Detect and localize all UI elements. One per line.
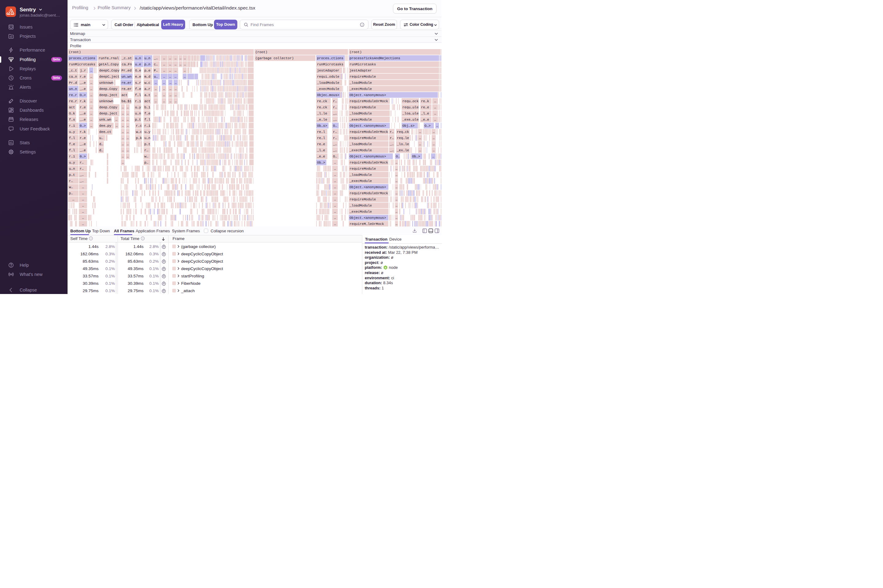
svg-text:ca…Fn: ca…Fn xyxy=(122,63,132,66)
svg-text:r…: r… xyxy=(69,179,73,183)
svg-text:…: … xyxy=(334,222,336,226)
svg-text:p…n: p…n xyxy=(144,63,150,66)
svg-text:…: … xyxy=(169,57,171,60)
svg-text:…: … xyxy=(175,87,177,91)
svg-text:…: … xyxy=(90,99,92,103)
svg-text:r…1: r…1 xyxy=(69,124,75,128)
svg-text:…: … xyxy=(82,198,84,201)
svg-text:…: … xyxy=(90,93,92,97)
svg-text:_execModule: _execModule xyxy=(349,148,372,152)
svg-text:f…s: f…s xyxy=(69,118,75,122)
svg-text:O…: O… xyxy=(333,124,337,128)
svg-text:…: … xyxy=(395,173,398,177)
svg-text:…: … xyxy=(174,69,177,72)
svg-text:u…: u… xyxy=(154,75,158,79)
svg-text:b…1: b…1 xyxy=(144,106,150,109)
svg-text:requ…ule: requ…ule xyxy=(402,106,419,109)
svg-text:O…>: O…> xyxy=(80,93,86,97)
svg-text:act: act xyxy=(122,93,128,97)
svg-text:r…1: r…1 xyxy=(144,124,150,128)
svg-text:_l…le: _l…le xyxy=(317,112,327,116)
svg-text:Object.<anonymous>: Object.<anonymous> xyxy=(350,185,386,189)
svg-text:_loadModule: _loadModule xyxy=(317,81,339,85)
svg-text:…: … xyxy=(163,63,165,66)
svg-text:…: … xyxy=(116,124,118,128)
svg-text:u…n: u…n xyxy=(135,57,141,60)
svg-text:…: … xyxy=(184,57,186,60)
svg-text:…: … xyxy=(170,99,172,103)
svg-text:…: … xyxy=(434,106,436,109)
svg-text:r…e: r…e xyxy=(80,136,86,140)
svg-text:act: act xyxy=(69,106,75,109)
svg-text:r…: r… xyxy=(390,130,394,134)
svg-text:(root): (root) xyxy=(255,50,268,54)
svg-text:P…: P… xyxy=(154,69,158,72)
svg-text:runMicrotasks: runMicrotasks xyxy=(69,63,96,66)
svg-text:r…: r… xyxy=(144,148,148,152)
svg-text:p…t: p…t xyxy=(69,173,75,177)
svg-text:…: … xyxy=(72,198,74,201)
svg-text:…: … xyxy=(127,118,129,122)
svg-text:…: … xyxy=(334,216,336,220)
svg-text:Object.<anonymous>: Object.<anonymous> xyxy=(350,93,386,97)
svg-text:…: … xyxy=(155,93,157,97)
svg-text:…: … xyxy=(174,63,177,66)
svg-text:…: … xyxy=(395,185,398,189)
svg-text:f…e: f…e xyxy=(135,87,141,91)
svg-text:…: … xyxy=(175,81,177,85)
svg-text:re…l: re…l xyxy=(317,136,325,140)
svg-text:_execModule: _execModule xyxy=(349,87,372,91)
svg-text:…: … xyxy=(127,106,129,109)
svg-text:…: … xyxy=(334,192,336,195)
svg-text:w…: w… xyxy=(69,185,73,189)
svg-text:requireModuleOrMock: requireModuleOrMock xyxy=(350,99,388,103)
svg-text:…: … xyxy=(170,93,172,97)
svg-text:…: … xyxy=(82,222,84,226)
svg-text:(garbage collector): (garbage collector) xyxy=(255,57,294,60)
svg-text:…: … xyxy=(90,124,92,128)
svg-text:_loadModule: _loadModule xyxy=(349,204,372,207)
svg-text:r…: r… xyxy=(333,136,337,140)
svg-text:_loa…ule: _loa…ule xyxy=(402,112,419,116)
svg-text:runTe…rnal: runTe…rnal xyxy=(99,57,119,60)
svg-text:…: … xyxy=(334,198,336,201)
svg-text:…: … xyxy=(334,210,336,214)
svg-text:…: … xyxy=(155,81,157,85)
svg-text:r…1: r…1 xyxy=(135,99,141,103)
svg-text:0…>: 0…> xyxy=(80,154,86,158)
svg-text:dee…py: dee…py xyxy=(99,124,111,128)
svg-text:…: … xyxy=(334,204,336,207)
svg-text:re…er: re…er xyxy=(122,87,132,91)
svg-text:…: … xyxy=(436,124,438,128)
svg-text:p…e: p…e xyxy=(144,69,150,72)
svg-text:…: … xyxy=(90,118,92,122)
svg-text:m…d: m…d xyxy=(144,75,150,79)
svg-text:_…e: _…e xyxy=(80,81,86,85)
svg-text:_exe…ule: _exe…ule xyxy=(402,118,419,122)
svg-text:?: ? xyxy=(142,237,143,240)
svg-text:?: ? xyxy=(90,237,92,240)
svg-text:…: … xyxy=(122,106,124,109)
svg-text:unknown: unknown xyxy=(99,81,113,85)
svg-text:f…l: f…l xyxy=(135,93,141,97)
svg-text:requireModule: requireModule xyxy=(350,106,376,109)
svg-text:…: … xyxy=(90,112,92,116)
svg-text:_ex…le: _ex…le xyxy=(396,148,409,152)
svg-text:…: … xyxy=(122,124,124,128)
svg-text:…: … xyxy=(175,99,177,103)
svg-text:runMicrotasks: runMicrotasks xyxy=(350,63,376,66)
svg-text:…: … xyxy=(179,57,182,60)
svg-text:un…n: un…n xyxy=(69,87,77,91)
svg-text:O…: O… xyxy=(333,154,337,158)
svg-text:…: … xyxy=(434,118,436,122)
svg-text:…: … xyxy=(395,216,398,220)
svg-text:r…: r… xyxy=(333,99,337,103)
svg-text:_…: _… xyxy=(333,118,337,122)
svg-text:_…: _… xyxy=(390,148,394,152)
svg-text:act: act xyxy=(144,99,150,103)
svg-text:deep…ject: deep…ject xyxy=(99,112,117,116)
svg-text:r…: r… xyxy=(333,130,337,134)
svg-text:jestAdapter: jestAdapter xyxy=(350,69,372,72)
svg-text:d…: d… xyxy=(99,148,103,152)
svg-text:_loadModule: _loadModule xyxy=(349,81,372,85)
